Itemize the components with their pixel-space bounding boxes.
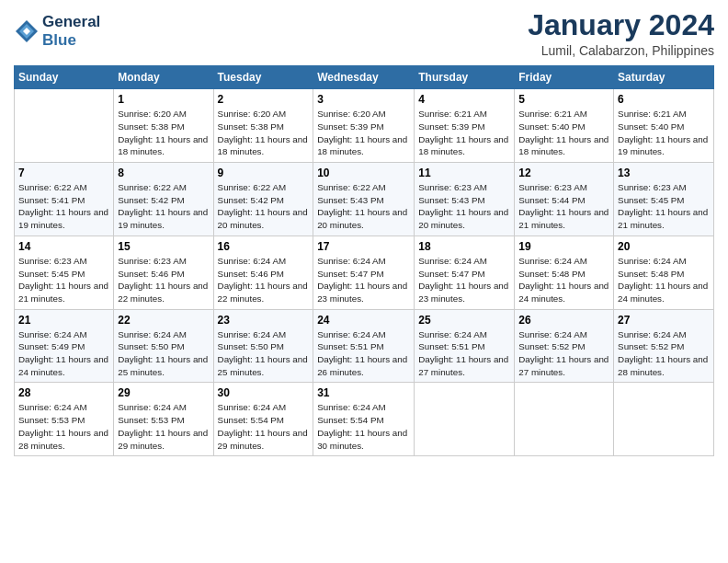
day-info: Sunrise: 6:24 AMSunset: 5:47 PMDaylight:… — [418, 255, 510, 305]
day-info: Sunrise: 6:24 AMSunset: 5:50 PMDaylight:… — [118, 328, 209, 379]
day-info: Sunrise: 6:24 AMSunset: 5:51 PMDaylight:… — [317, 328, 410, 379]
day-info: Sunrise: 6:21 AMSunset: 5:40 PMDaylight:… — [518, 108, 609, 158]
day-info: Sunrise: 6:20 AMSunset: 5:39 PMDaylight:… — [317, 108, 410, 158]
day-number: 4 — [418, 93, 510, 106]
day-info: Sunrise: 6:23 AMSunset: 5:45 PMDaylight:… — [18, 255, 109, 305]
day-number: 18 — [418, 240, 510, 253]
calendar-cell: 23Sunrise: 6:24 AMSunset: 5:50 PMDayligh… — [213, 309, 313, 383]
calendar-cell: 18Sunrise: 6:24 AMSunset: 5:47 PMDayligh… — [415, 236, 515, 309]
calendar-cell: 8Sunrise: 6:22 AMSunset: 5:42 PMDaylight… — [114, 163, 213, 236]
day-number: 22 — [118, 314, 209, 327]
calendar-cell: 19Sunrise: 6:24 AMSunset: 5:48 PMDayligh… — [515, 236, 614, 309]
month-title: January 2024 — [528, 9, 714, 41]
day-number: 15 — [118, 240, 209, 253]
logo: General Blue — [14, 13, 100, 49]
calendar-cell: 31Sunrise: 6:24 AMSunset: 5:54 PMDayligh… — [313, 383, 415, 456]
day-info: Sunrise: 6:22 AMSunset: 5:42 PMDaylight:… — [118, 181, 209, 232]
calendar-cell: 24Sunrise: 6:24 AMSunset: 5:51 PMDayligh… — [313, 309, 415, 383]
calendar-cell — [15, 89, 114, 163]
day-info: Sunrise: 6:20 AMSunset: 5:38 PMDaylight:… — [218, 108, 310, 158]
calendar-cell: 10Sunrise: 6:22 AMSunset: 5:43 PMDayligh… — [313, 163, 415, 236]
day-info: Sunrise: 6:24 AMSunset: 5:49 PMDaylight:… — [18, 328, 109, 379]
calendar-cell: 28Sunrise: 6:24 AMSunset: 5:53 PMDayligh… — [15, 383, 114, 456]
day-number: 2 — [218, 93, 310, 106]
day-number: 28 — [18, 386, 109, 399]
calendar-cell: 14Sunrise: 6:23 AMSunset: 5:45 PMDayligh… — [15, 236, 114, 309]
day-number: 3 — [317, 93, 410, 106]
calendar-week-4: 21Sunrise: 6:24 AMSunset: 5:49 PMDayligh… — [15, 309, 714, 383]
day-number: 5 — [518, 93, 609, 106]
calendar-cell: 6Sunrise: 6:21 AMSunset: 5:40 PMDaylight… — [614, 89, 714, 163]
day-number: 12 — [518, 167, 609, 179]
calendar-cell: 7Sunrise: 6:22 AMSunset: 5:41 PMDaylight… — [15, 163, 114, 236]
calendar-cell: 16Sunrise: 6:24 AMSunset: 5:46 PMDayligh… — [213, 236, 313, 309]
day-number: 31 — [317, 386, 410, 399]
day-info: Sunrise: 6:24 AMSunset: 5:54 PMDaylight:… — [218, 401, 310, 452]
page-container: General Blue January 2024 Lumil, Calabar… — [0, 0, 728, 465]
day-number: 19 — [518, 240, 609, 253]
col-sunday: Sunday — [15, 66, 114, 89]
calendar-cell: 17Sunrise: 6:24 AMSunset: 5:47 PMDayligh… — [313, 236, 415, 309]
day-number: 6 — [618, 93, 710, 106]
day-info: Sunrise: 6:24 AMSunset: 5:51 PMDaylight:… — [418, 328, 510, 379]
day-info: Sunrise: 6:24 AMSunset: 5:48 PMDaylight:… — [518, 255, 609, 305]
calendar-cell — [515, 383, 614, 456]
col-tuesday: Tuesday — [213, 66, 313, 89]
day-info: Sunrise: 6:22 AMSunset: 5:41 PMDaylight:… — [18, 181, 109, 232]
calendar-body: 1Sunrise: 6:20 AMSunset: 5:38 PMDaylight… — [15, 89, 714, 456]
day-info: Sunrise: 6:24 AMSunset: 5:52 PMDaylight:… — [518, 328, 609, 379]
day-info: Sunrise: 6:21 AMSunset: 5:40 PMDaylight:… — [618, 108, 710, 158]
calendar-week-5: 28Sunrise: 6:24 AMSunset: 5:53 PMDayligh… — [15, 383, 714, 456]
day-info: Sunrise: 6:24 AMSunset: 5:48 PMDaylight:… — [618, 255, 710, 305]
header-area: General Blue January 2024 Lumil, Calabar… — [14, 9, 714, 58]
day-info: Sunrise: 6:23 AMSunset: 5:44 PMDaylight:… — [518, 181, 609, 232]
day-info: Sunrise: 6:24 AMSunset: 5:47 PMDaylight:… — [317, 255, 410, 305]
day-number: 10 — [317, 167, 410, 179]
day-number: 9 — [218, 167, 310, 179]
calendar-cell: 3Sunrise: 6:20 AMSunset: 5:39 PMDaylight… — [313, 89, 415, 163]
calendar-cell: 29Sunrise: 6:24 AMSunset: 5:53 PMDayligh… — [114, 383, 213, 456]
day-info: Sunrise: 6:23 AMSunset: 5:43 PMDaylight:… — [418, 181, 510, 232]
day-info: Sunrise: 6:24 AMSunset: 5:53 PMDaylight:… — [18, 401, 109, 452]
calendar-cell: 30Sunrise: 6:24 AMSunset: 5:54 PMDayligh… — [213, 383, 313, 456]
day-number: 8 — [118, 167, 209, 179]
calendar-cell: 9Sunrise: 6:22 AMSunset: 5:42 PMDaylight… — [213, 163, 313, 236]
day-number: 17 — [317, 240, 410, 253]
calendar-week-1: 1Sunrise: 6:20 AMSunset: 5:38 PMDaylight… — [15, 89, 714, 163]
calendar-cell: 20Sunrise: 6:24 AMSunset: 5:48 PMDayligh… — [614, 236, 714, 309]
day-info: Sunrise: 6:24 AMSunset: 5:52 PMDaylight:… — [618, 328, 710, 379]
col-friday: Friday — [515, 66, 614, 89]
calendar-cell: 4Sunrise: 6:21 AMSunset: 5:39 PMDaylight… — [415, 89, 515, 163]
calendar-cell: 27Sunrise: 6:24 AMSunset: 5:52 PMDayligh… — [614, 309, 714, 383]
day-number: 16 — [218, 240, 310, 253]
day-info: Sunrise: 6:23 AMSunset: 5:45 PMDaylight:… — [618, 181, 710, 232]
calendar-cell: 11Sunrise: 6:23 AMSunset: 5:43 PMDayligh… — [415, 163, 515, 236]
logo-text: General Blue — [42, 13, 100, 49]
day-number: 1 — [118, 93, 209, 106]
header-row: Sunday Monday Tuesday Wednesday Thursday… — [15, 66, 714, 89]
calendar-cell — [614, 383, 714, 456]
calendar-cell: 26Sunrise: 6:24 AMSunset: 5:52 PMDayligh… — [515, 309, 614, 383]
calendar-table: Sunday Monday Tuesday Wednesday Thursday… — [14, 65, 714, 456]
calendar-cell: 13Sunrise: 6:23 AMSunset: 5:45 PMDayligh… — [614, 163, 714, 236]
col-thursday: Thursday — [415, 66, 515, 89]
day-number: 11 — [418, 167, 510, 179]
day-info: Sunrise: 6:20 AMSunset: 5:38 PMDaylight:… — [118, 108, 209, 158]
day-number: 14 — [18, 240, 109, 253]
day-number: 21 — [18, 314, 109, 327]
calendar-cell: 21Sunrise: 6:24 AMSunset: 5:49 PMDayligh… — [15, 309, 114, 383]
day-number: 13 — [618, 167, 710, 179]
calendar-cell: 2Sunrise: 6:20 AMSunset: 5:38 PMDaylight… — [213, 89, 313, 163]
col-wednesday: Wednesday — [313, 66, 415, 89]
day-info: Sunrise: 6:21 AMSunset: 5:39 PMDaylight:… — [418, 108, 510, 158]
day-number: 27 — [618, 314, 710, 327]
calendar-week-2: 7Sunrise: 6:22 AMSunset: 5:41 PMDaylight… — [15, 163, 714, 236]
day-info: Sunrise: 6:24 AMSunset: 5:46 PMDaylight:… — [218, 255, 310, 305]
day-info: Sunrise: 6:22 AMSunset: 5:42 PMDaylight:… — [218, 181, 310, 232]
day-info: Sunrise: 6:24 AMSunset: 5:54 PMDaylight:… — [317, 401, 410, 452]
calendar-week-3: 14Sunrise: 6:23 AMSunset: 5:45 PMDayligh… — [15, 236, 714, 309]
day-info: Sunrise: 6:24 AMSunset: 5:53 PMDaylight:… — [118, 401, 209, 452]
calendar-cell: 22Sunrise: 6:24 AMSunset: 5:50 PMDayligh… — [114, 309, 213, 383]
calendar-header: Sunday Monday Tuesday Wednesday Thursday… — [15, 66, 714, 89]
day-number: 30 — [218, 386, 310, 399]
